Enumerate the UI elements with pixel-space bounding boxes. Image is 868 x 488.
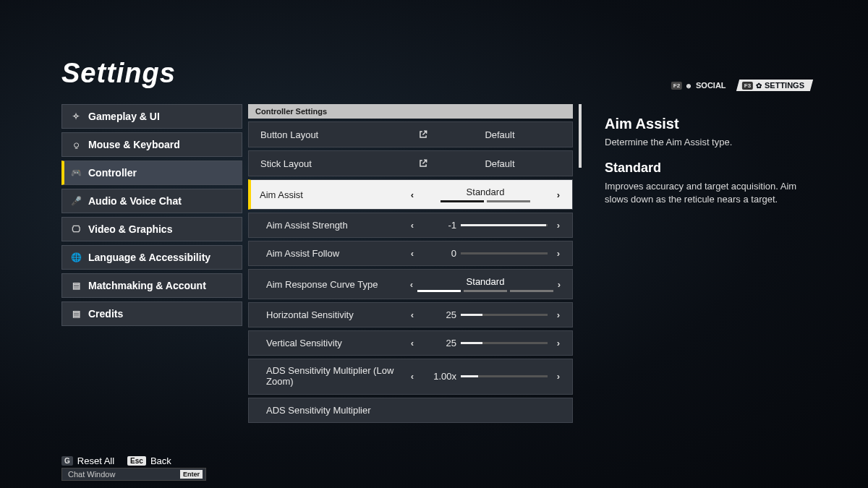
globe-icon: 🌐: [71, 252, 81, 262]
setting-label: Horizontal Sensitivity: [266, 309, 406, 320]
arrow-left-icon[interactable]: ‹: [406, 220, 419, 231]
setting-value: Default: [435, 158, 565, 169]
setting-value: -1: [423, 220, 456, 231]
arrow-right-icon[interactable]: ›: [552, 248, 565, 259]
setting-row[interactable]: Stick LayoutDefault: [248, 150, 573, 176]
sidebar: ✧ Gameplay & UI ⍜ Mouse & Keyboard 🎮 Con…: [61, 104, 242, 424]
setting-label: ADS Sensitivity Multiplier (Low Zoom): [266, 366, 406, 388]
info-panel: Aim Assist Determine the Aim Assist type…: [587, 104, 819, 424]
setting-row[interactable]: Aim Assist‹Standard›: [248, 179, 573, 210]
sidebar-item-controller[interactable]: 🎮 Controller: [61, 160, 242, 185]
shortcut-label: SOCIAL: [696, 81, 726, 90]
info-body: Improves accuracy and target acquisition…: [605, 180, 819, 206]
slider-fill: [461, 375, 478, 377]
slider-track[interactable]: [461, 252, 548, 254]
slider-fill: [461, 224, 546, 226]
setting-label: Aim Assist Follow: [266, 248, 406, 259]
sidebar-item-credits[interactable]: ▤ Credits: [61, 301, 242, 326]
shortcut-social[interactable]: F2 ☻ SOCIAL: [665, 80, 735, 91]
scrollbar[interactable]: [579, 104, 582, 421]
chat-input[interactable]: Chat Window Enter: [61, 468, 206, 481]
scroll-thumb[interactable]: [579, 104, 582, 168]
setting-value: Standard: [419, 187, 552, 202]
shortcut-label: SETTINGS: [765, 81, 804, 90]
list-icon: ▤: [71, 281, 81, 291]
arrow-left-icon[interactable]: ‹: [406, 309, 419, 320]
slider-track[interactable]: [461, 314, 548, 316]
setting-value: 1.00x: [423, 371, 456, 382]
mouse-icon: ⍜: [71, 140, 81, 150]
setting-row[interactable]: ADS Sensitivity Multiplier (Low Zoom)‹1.…: [248, 359, 573, 395]
arrow-right-icon[interactable]: ›: [552, 338, 565, 348]
info-title: Aim Assist: [605, 116, 819, 132]
arrow-right-icon[interactable]: ›: [552, 371, 565, 382]
settings-panel: Controller Settings Button LayoutDefault…: [248, 104, 573, 424]
setting-row[interactable]: Horizontal Sensitivity‹25›: [248, 302, 573, 328]
social-icon: ☻: [686, 82, 694, 90]
gear-icon: ✿: [756, 82, 762, 90]
setting-label: Stick Layout: [260, 158, 417, 169]
setting-row[interactable]: Vertical Sensitivity‹25›: [248, 330, 573, 356]
key-badge: Esc: [127, 456, 146, 466]
arrow-right-icon[interactable]: ›: [552, 309, 565, 320]
section-header: Controller Settings: [248, 104, 573, 119]
info-subtitle: Standard: [605, 160, 819, 176]
setting-value: 0: [423, 248, 456, 259]
back-button[interactable]: Esc Back: [127, 455, 171, 466]
sidebar-item-label: Mouse & Keyboard: [88, 139, 180, 150]
arrow-left-icon[interactable]: ‹: [406, 371, 419, 382]
monitor-icon: 🖵: [71, 224, 81, 234]
setting-label: ADS Sensitivity Multiplier: [266, 405, 406, 416]
key-badge: F3: [742, 82, 753, 90]
setting-row[interactable]: Button LayoutDefault: [248, 121, 573, 147]
sidebar-item-label: Gameplay & UI: [88, 111, 160, 122]
sidebar-item-label: Audio & Voice Chat: [88, 195, 182, 207]
sidebar-item-matchmaking[interactable]: ▤ Matchmaking & Account: [61, 273, 242, 298]
segment-indicator: [464, 290, 507, 292]
segment-indicator: [417, 290, 461, 292]
footer-label: Back: [150, 455, 171, 466]
arrow-right-icon[interactable]: ›: [553, 279, 565, 290]
setting-label: Vertical Sensitivity: [266, 338, 406, 348]
sidebar-item-label: Video & Graphics: [88, 223, 172, 235]
external-link-icon: [417, 158, 429, 169]
reset-all-button[interactable]: G Reset All: [61, 455, 114, 466]
page-title: Settings: [61, 58, 176, 89]
slider-track[interactable]: [461, 375, 548, 377]
setting-value: 25: [423, 338, 456, 348]
arrow-right-icon[interactable]: ›: [552, 189, 565, 200]
setting-value: 25: [423, 309, 456, 320]
sidebar-item-label: Language & Accessibility: [88, 252, 210, 263]
sidebar-item-audio[interactable]: 🎤 Audio & Voice Chat: [61, 189, 242, 213]
info-desc: Determine the Aim Assist type.: [605, 137, 819, 147]
setting-row[interactable]: Aim Response Curve Type‹Standard›: [248, 269, 573, 299]
setting-label: Aim Assist: [260, 189, 406, 200]
shortcut-settings[interactable]: F3 ✿ SETTINGS: [736, 80, 813, 91]
segment-indicator: [510, 290, 553, 292]
key-badge: F2: [671, 82, 682, 90]
setting-label: Aim Response Curve Type: [266, 279, 406, 290]
setting-row[interactable]: Aim Assist Follow‹0›: [248, 241, 573, 266]
sidebar-item-language[interactable]: 🌐 Language & Accessibility: [61, 245, 242, 270]
setting-row[interactable]: Aim Assist Strength‹-1›: [248, 213, 573, 238]
arrow-left-icon[interactable]: ‹: [406, 189, 419, 200]
sidebar-item-label: Matchmaking & Account: [88, 280, 206, 291]
setting-row[interactable]: ADS Sensitivity Multiplier‹›: [248, 398, 573, 423]
sidebar-item-gameplay[interactable]: ✧ Gameplay & UI: [61, 104, 242, 129]
sidebar-item-mouse[interactable]: ⍜ Mouse & Keyboard: [61, 132, 242, 157]
sidebar-item-video[interactable]: 🖵 Video & Graphics: [61, 217, 242, 241]
list-icon: ▤: [71, 309, 81, 319]
chat-placeholder: Chat Window: [68, 470, 115, 479]
setting-value: Standard: [417, 276, 553, 292]
slider-fill: [461, 314, 482, 316]
arrow-right-icon[interactable]: ›: [552, 220, 565, 231]
slider-track[interactable]: [461, 342, 548, 344]
arrow-left-icon[interactable]: ‹: [406, 338, 419, 348]
arrow-left-icon[interactable]: ‹: [406, 279, 417, 290]
target-icon: ✧: [71, 111, 81, 121]
setting-value: Default: [435, 129, 565, 140]
key-badge: Enter: [180, 470, 203, 479]
arrow-left-icon[interactable]: ‹: [406, 248, 419, 259]
slider-track[interactable]: [461, 224, 548, 226]
setting-label: Button Layout: [260, 129, 417, 140]
